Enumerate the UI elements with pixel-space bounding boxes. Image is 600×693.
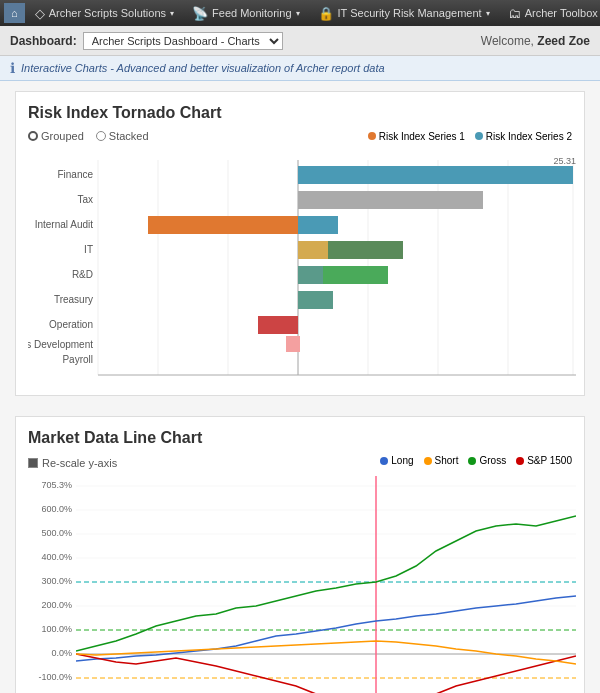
- chevron-down-icon: ▾: [170, 9, 174, 18]
- sp1500-dot: [516, 457, 524, 465]
- line-chart-area: 04/30/04 08/28/05 02/15/06 10/04/06 05/2…: [76, 476, 576, 693]
- bar-internalaudit-s1: [148, 216, 298, 234]
- svg-text:25.31: 25.31: [553, 156, 576, 166]
- bar-it-s2: [328, 241, 403, 259]
- line-chart-title: Market Data Line Chart: [28, 429, 572, 447]
- radio-stacked[interactable]: Stacked: [96, 130, 149, 142]
- feed-monitoring-icon: 📡: [192, 6, 208, 21]
- bar-treasury-s2: [298, 291, 333, 309]
- svg-text:Tax: Tax: [77, 194, 93, 205]
- svg-text:Finance: Finance: [57, 169, 93, 180]
- svg-text:R&D: R&D: [72, 269, 93, 280]
- legend-sp1500: S&P 1500: [516, 455, 572, 466]
- main-content: Risk Index Tornado Chart Grouped Stacked…: [0, 81, 600, 693]
- legend-series2: Risk Index Series 2: [475, 131, 572, 142]
- tornado-chart-section: Risk Index Tornado Chart Grouped Stacked…: [15, 91, 585, 396]
- y-axis-svg: 705.3% 600.0% 500.0% 400.0% 300.0% 200.0…: [28, 476, 76, 693]
- nav-home-button[interactable]: ⌂: [4, 3, 25, 23]
- radio-grouped[interactable]: Grouped: [28, 130, 84, 142]
- nav-item-feed-monitoring[interactable]: 📡 Feed Monitoring ▾: [184, 4, 308, 23]
- svg-text:200.0%: 200.0%: [41, 600, 72, 610]
- tornado-chart-area: Finance Tax Internal Audit IT R&D Treasu…: [28, 150, 572, 383]
- welcome-message: Welcome, Zeed Zoe: [481, 34, 590, 48]
- info-bar: ℹ Interactive Charts - Advanced and bett…: [0, 56, 600, 81]
- radio-group: Grouped Stacked: [28, 130, 149, 142]
- series2-dot: [475, 132, 483, 140]
- svg-text:-100.0%: -100.0%: [38, 672, 72, 682]
- svg-text:500.0%: 500.0%: [41, 528, 72, 538]
- bar-finance-s2: [298, 166, 573, 184]
- tornado-controls: Grouped Stacked Risk Index Series 1 Risk…: [28, 130, 572, 142]
- short-dot: [424, 457, 432, 465]
- archer-scripts-icon: ◇: [35, 6, 45, 21]
- legend-series1: Risk Index Series 1: [368, 131, 465, 142]
- radio-stacked-circle: [96, 131, 106, 141]
- svg-text:400.0%: 400.0%: [41, 552, 72, 562]
- line-chart-svg: 04/30/04 08/28/05 02/15/06 10/04/06 05/2…: [76, 476, 576, 693]
- svg-text:100.0%: 100.0%: [41, 624, 72, 634]
- dashboard-bar: Dashboard: Archer Scripts Dashboard - Ch…: [0, 26, 600, 56]
- svg-text:705.3%: 705.3%: [41, 480, 72, 490]
- rescale-checkbox[interactable]: [28, 458, 38, 468]
- info-text: Interactive Charts - Advanced and better…: [21, 62, 385, 74]
- svg-text:Internal Audit: Internal Audit: [35, 219, 94, 230]
- svg-text:300.0%: 300.0%: [41, 576, 72, 586]
- home-icon: ⌂: [11, 7, 18, 19]
- bar-it-s1: [298, 241, 328, 259]
- chevron-down-icon-3: ▾: [486, 9, 490, 18]
- svg-text:Treasury: Treasury: [54, 294, 93, 305]
- tornado-legend: Risk Index Series 1 Risk Index Series 2: [368, 131, 572, 142]
- nav-item-archer-toolbox[interactable]: 🗂 Archer Toolbox ▾: [500, 4, 600, 23]
- nav-item-archer-scripts[interactable]: ◇ Archer Scripts Solutions ▾: [27, 4, 182, 23]
- chevron-down-icon-2: ▾: [296, 9, 300, 18]
- dashboard-select[interactable]: Archer Scripts Dashboard - Charts: [83, 32, 283, 50]
- bar-rd-s2: [298, 266, 323, 284]
- info-icon: ℹ: [10, 60, 15, 76]
- dashboard-left: Dashboard: Archer Scripts Dashboard - Ch…: [10, 32, 283, 50]
- short-line: [76, 641, 576, 664]
- legend-gross: Gross: [468, 455, 506, 466]
- legend-long: Long: [380, 455, 413, 466]
- svg-text:0.0%: 0.0%: [51, 648, 72, 658]
- gross-line: [76, 516, 576, 651]
- bar-bizdev-s1: [286, 336, 300, 352]
- series1-dot: [368, 132, 376, 140]
- legend-short: Short: [424, 455, 459, 466]
- rescale-label: Re-scale y-axis: [28, 457, 117, 469]
- tornado-svg: Finance Tax Internal Audit IT R&D Treasu…: [28, 150, 583, 380]
- bar-tax-s2: [298, 191, 483, 209]
- nav-item-it-security[interactable]: 🔒 IT Security Risk Management ▾: [310, 4, 498, 23]
- svg-text:IT: IT: [84, 244, 93, 255]
- svg-text:Operation: Operation: [49, 319, 93, 330]
- svg-text:ess Development: ess Development: [28, 339, 93, 350]
- welcome-name: Zeed Zoe: [537, 34, 590, 48]
- line-chart-legend: Long Short Gross S&P 1500: [380, 455, 572, 466]
- bar-operation-s1: [258, 316, 298, 334]
- sp1500-line: [76, 654, 576, 693]
- toolbox-icon: 🗂: [508, 6, 521, 21]
- nav-bar: ⌂ ◇ Archer Scripts Solutions ▾ 📡 Feed Mo…: [0, 0, 600, 26]
- line-chart-wrapper: 705.3% 600.0% 500.0% 400.0% 300.0% 200.0…: [28, 476, 572, 693]
- bar-internalaudit-s2: [298, 216, 338, 234]
- dashboard-label: Dashboard:: [10, 34, 77, 48]
- long-dot: [380, 457, 388, 465]
- welcome-prefix: Welcome,: [481, 34, 534, 48]
- svg-text:600.0%: 600.0%: [41, 504, 72, 514]
- radio-grouped-circle: [28, 131, 38, 141]
- line-chart-section: Market Data Line Chart Re-scale y-axis L…: [15, 416, 585, 693]
- lock-icon: 🔒: [318, 6, 334, 21]
- tornado-chart-title: Risk Index Tornado Chart: [28, 104, 572, 122]
- y-axis: 705.3% 600.0% 500.0% 400.0% 300.0% 200.0…: [28, 476, 76, 693]
- gross-dot: [468, 457, 476, 465]
- svg-text:Payroll: Payroll: [62, 354, 93, 365]
